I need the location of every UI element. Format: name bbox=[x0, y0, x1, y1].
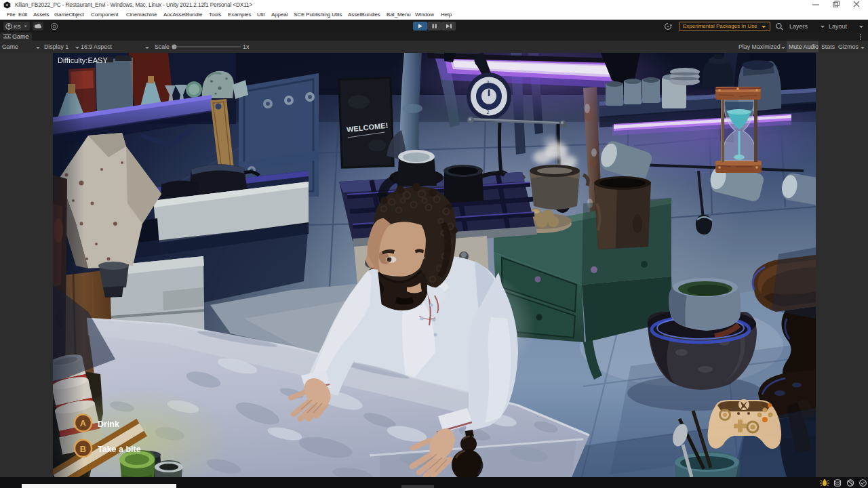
svg-text:Take a bite: Take a bite bbox=[98, 445, 141, 454]
svg-text:B: B bbox=[80, 444, 86, 454]
svg-text:A: A bbox=[80, 418, 87, 428]
svg-text:Drink: Drink bbox=[98, 420, 119, 429]
svg-text:KS: KS bbox=[14, 24, 21, 30]
svg-text:Difficulty:EASY: Difficulty:EASY bbox=[58, 56, 108, 64]
